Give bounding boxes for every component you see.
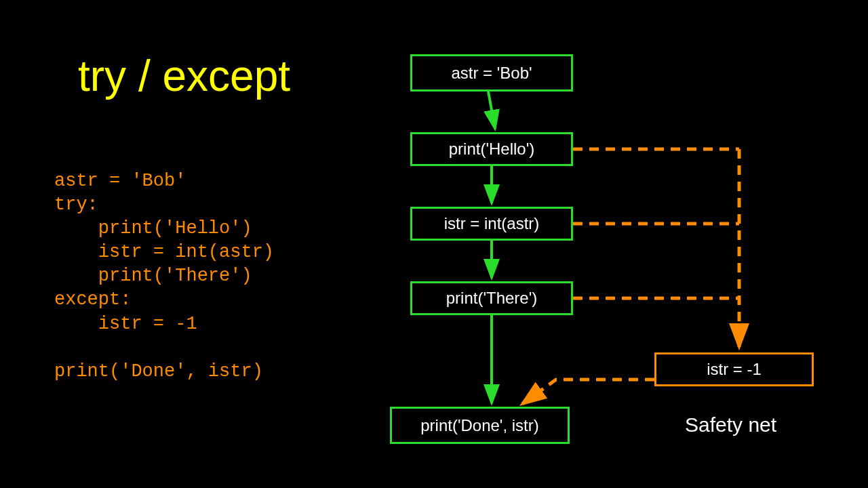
svg-line-0 [488, 92, 495, 129]
flow-box-int: istr = int(astr) [410, 207, 573, 241]
flow-box-istr-neg1: istr = -1 [654, 352, 814, 386]
safety-net-label: Safety net [685, 413, 776, 436]
flow-box-done: print('Done', istr) [390, 407, 570, 444]
flow-box-astr: astr = 'Bob' [410, 54, 573, 92]
code-block: astr = 'Bob' try: print('Hello') istr = … [54, 169, 274, 384]
slide-title: try / except [78, 51, 290, 101]
flow-box-hello: print('Hello') [410, 132, 573, 166]
flow-box-there: print('There') [410, 281, 573, 315]
